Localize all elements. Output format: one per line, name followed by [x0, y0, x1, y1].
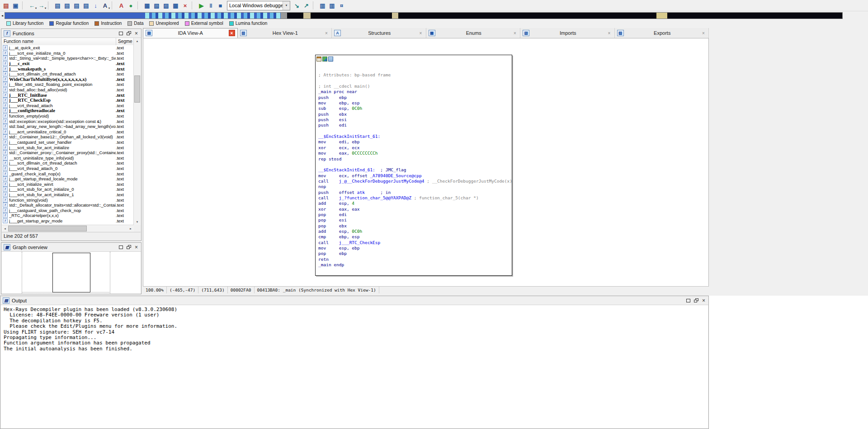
functions-panel-titlebar[interactable]: f Functions × [1, 29, 141, 38]
navband-segment[interactable] [281, 13, 287, 19]
function-row[interactable]: fstd::bad_alloc::bad_alloc(void).text [2, 87, 134, 93]
close-button[interactable]: × [700, 297, 708, 304]
function-row[interactable]: fstd::_Default_allocator_traits<std::all… [2, 203, 134, 208]
search-text-icon[interactable]: A▾ [100, 1, 110, 10]
delete-graph-icon[interactable]: × [180, 1, 190, 10]
paste-icon[interactable]: ▤ [72, 1, 81, 10]
tab-close-icon[interactable]: × [324, 30, 329, 36]
function-row[interactable]: fj___scrt_dllmain_crt_thread_detach.text [2, 160, 134, 166]
node-frame-icon[interactable] [316, 57, 321, 61]
functions-vertical-scrollbar[interactable]: ▲ ▼ [133, 38, 141, 225]
function-row[interactable]: fstd::bad_array_new_length::~bad_array_n… [2, 124, 134, 129]
graph-overview-titlebar[interactable]: ▦ Graph overview × [1, 243, 141, 252]
lumina-icon[interactable]: ● [126, 1, 136, 10]
function-row[interactable]: fj___castguard_slow_path_check_nop.text [2, 207, 134, 213]
output-lines[interactable]: Hex-Rays Decompiler plugin has been load… [1, 305, 708, 428]
column-function-name[interactable]: Function name [2, 38, 116, 45]
run-until-return-icon[interactable]: ↗ [302, 1, 311, 10]
maximize-button[interactable] [684, 297, 692, 304]
navband-segment[interactable] [656, 13, 667, 19]
close-button[interactable]: × [132, 244, 140, 250]
function-row[interactable]: fj___vcrt_thread_attach.text [2, 103, 134, 108]
pause-debugger-icon[interactable]: ‖ [206, 1, 216, 10]
tab-close-icon[interactable]: × [701, 30, 706, 36]
tab-close-icon[interactable]: × [418, 30, 424, 36]
node-color-icon[interactable] [322, 57, 327, 61]
function-row[interactable]: fj___scrt_exe_initialize_mta_0.text [2, 51, 134, 56]
scroll-left-icon[interactable]: ◄ [2, 226, 8, 232]
function-row[interactable]: fj___wmakepath_s.text [2, 66, 134, 71]
function-row[interactable]: fj___RTC_CheckEsp.text [2, 98, 134, 103]
jump-address-icon[interactable]: ↓ [91, 1, 100, 10]
navband-segment[interactable] [145, 13, 281, 19]
function-row[interactable]: fj__at_quick_exit.text [2, 45, 134, 51]
function-row[interactable]: fj___scrt_dllmain_crt_thread_attach.text [2, 71, 134, 77]
close-button[interactable]: × [132, 30, 140, 37]
function-row[interactable]: fj___scrt_stub_for_acrt_initialize_0.tex… [2, 187, 134, 192]
navband-segment[interactable] [303, 13, 311, 19]
node-text-icon[interactable] [328, 57, 333, 61]
function-row[interactable]: fj___c_exit.text [2, 61, 134, 66]
navigate-back-icon[interactable]: ←▾ [27, 1, 37, 10]
column-segment[interactable]: Segme [116, 38, 134, 45]
function-row[interactable]: ffunction_empty(void).text [2, 113, 134, 119]
function-row[interactable]: fj___scrt_stub_for_acrt_initialize_1.tex… [2, 192, 134, 198]
graph-overview-canvas[interactable] [2, 252, 141, 293]
function-row[interactable]: fj___castguard_set_user_handler.text [2, 140, 134, 145]
save-file-icon[interactable]: ▣ [11, 1, 20, 10]
function-row[interactable]: f__scrt_uninitialize_type_info(void).tex… [2, 155, 134, 160]
scroll-up-icon[interactable]: ▲ [134, 38, 141, 44]
copy-all-icon[interactable]: ▤ [62, 1, 72, 10]
xref-graph-to-icon[interactable]: ▦ [171, 1, 180, 10]
debugger-options-icon[interactable]: ¤ [337, 1, 346, 10]
function-row[interactable]: fj___configthreadlocale.text [2, 108, 134, 113]
tab-ida-view-a[interactable]: ▤IDA View-A× [143, 28, 238, 38]
tab-hex-view-1[interactable]: ▥Hex View-1× [238, 28, 332, 38]
float-button[interactable] [692, 297, 700, 304]
function-row[interactable]: fj___acrt_uninitialize_critical_0.text [2, 129, 134, 135]
flow-chart-icon[interactable]: ▦ [142, 1, 152, 10]
function-row[interactable]: f_guard_check_icall_nop(x).text [2, 171, 134, 176]
graph-node-main[interactable]: ; Attributes: bp-based frame ; int __cde… [315, 55, 512, 276]
scroll-track[interactable] [134, 44, 141, 219]
tab-close-icon[interactable]: × [607, 30, 612, 36]
restore-button[interactable] [117, 30, 125, 37]
function-row[interactable]: fstd::_Container_base12::_Orphan_all_loc… [2, 134, 134, 140]
chevron-down-icon[interactable]: ▼ [283, 1, 290, 10]
navband-segment[interactable] [311, 13, 392, 19]
output-titlebar[interactable]: ▤ Output × [0, 296, 708, 305]
tab-enums[interactable]: ▦Enums× [426, 28, 521, 38]
navband-segment[interactable] [287, 13, 303, 19]
function-row[interactable]: fj___scrt_initialize_winrt.text [2, 181, 134, 187]
navband-segment[interactable] [5, 13, 145, 19]
start-debugger-icon[interactable]: ▶ [197, 1, 206, 10]
navband[interactable] [5, 12, 843, 19]
navband-left-arrow[interactable]: ◂ [0, 14, 5, 18]
copy-icon[interactable]: ▤ [53, 1, 62, 10]
scroll-track[interactable] [8, 225, 127, 232]
float-button[interactable] [125, 30, 132, 37]
navband-segment[interactable] [398, 13, 656, 19]
tab-close-icon[interactable]: × [229, 30, 235, 36]
step-into-icon[interactable]: ↘ [292, 1, 302, 10]
function-row[interactable]: fj___RTC_InitBase.text [2, 92, 134, 98]
navband-segment[interactable] [392, 13, 398, 19]
function-row[interactable]: ffunction_string(void).text [2, 197, 134, 203]
function-row[interactable]: fj___get_startup_argv_mode.text [2, 218, 134, 224]
function-row[interactable]: fWideCharToMultiByte(x,x,x,x,x,x,x,x).te… [2, 77, 134, 82]
stop-debugger-icon[interactable]: ■ [216, 1, 225, 10]
tab-exports[interactable]: ▨Exports× [615, 28, 709, 38]
functions-horizontal-scrollbar[interactable]: ◄ ► [2, 225, 134, 232]
scroll-thumb[interactable] [8, 226, 87, 231]
function-row[interactable]: fj___scrt_stub_for_acrt_initialize.text [2, 145, 134, 150]
function-row[interactable]: f_RTC_AllocaHelper(x,x,x).text [2, 213, 134, 218]
tab-structures[interactable]: AStructures× [332, 28, 426, 38]
function-row[interactable]: fstd::_Container_proxy::_Container_proxy… [2, 150, 134, 156]
debugger-windows-icon[interactable]: ▥ [318, 1, 327, 10]
new-file-icon[interactable]: ▤ [1, 1, 11, 10]
tab-close-icon[interactable]: × [512, 30, 518, 36]
navigate-forward-icon[interactable]: →▾ [37, 1, 46, 10]
navband-segment[interactable] [667, 13, 842, 19]
scroll-down-icon[interactable]: ▼ [134, 219, 141, 225]
debugger-select[interactable]: Local Windows debugger▼ [227, 1, 290, 10]
